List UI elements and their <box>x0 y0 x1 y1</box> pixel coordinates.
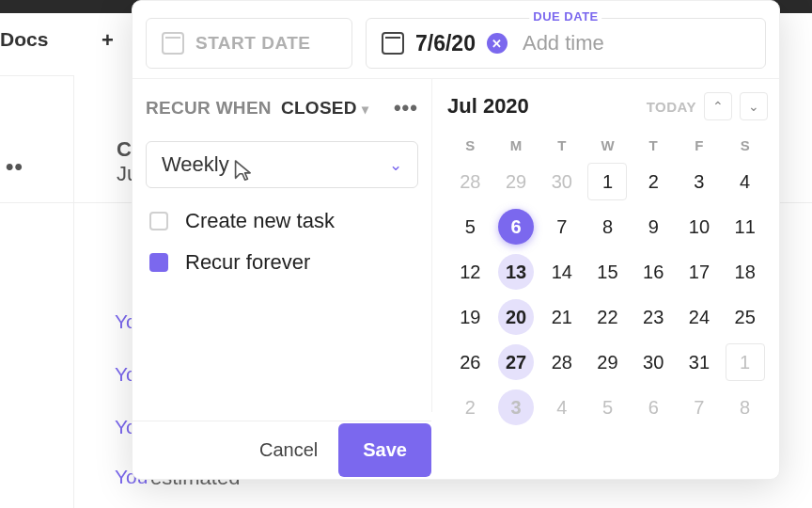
month-label: Jul 2020 <box>447 94 529 119</box>
calendar-day[interactable]: 8 <box>722 385 768 430</box>
next-month-button[interactable]: ⌄ <box>740 92 768 120</box>
cursor-pointer-icon <box>231 159 252 183</box>
chevron-down-icon: ⌄ <box>389 155 402 175</box>
more-options-button[interactable]: ••• <box>394 96 418 120</box>
calendar-day[interactable]: 17 <box>677 249 723 294</box>
calendar-day[interactable]: 16 <box>631 249 677 294</box>
calendar-day[interactable]: 19 <box>447 294 493 340</box>
calendar-day[interactable]: 1 <box>722 340 768 385</box>
calendar-day[interactable]: 5 <box>447 204 493 249</box>
calendar-day[interactable]: 4 <box>539 385 585 430</box>
calendar-day[interactable]: 15 <box>585 249 631 294</box>
calendar-day[interactable]: 29 <box>585 340 631 385</box>
calendar-day[interactable]: 21 <box>539 294 585 340</box>
weekday-label: M <box>493 128 539 159</box>
prev-month-button[interactable]: ⌃ <box>704 92 732 120</box>
due-date-value: 7/6/20 <box>415 31 476 56</box>
calendar-day[interactable]: 1 <box>585 159 631 204</box>
calendar-day[interactable]: 30 <box>539 159 585 204</box>
calendar-panel: Jul 2020 TODAY ⌃ ⌄ SMTWTFS 2829301234567… <box>431 79 779 412</box>
bg-more-icon[interactable]: •• <box>6 153 23 180</box>
calendar-day[interactable]: 2 <box>447 385 493 430</box>
create-new-task-option[interactable]: Create new task <box>146 209 418 233</box>
calendar-day[interactable]: 28 <box>539 340 585 385</box>
chevron-down-icon: ▾ <box>362 102 368 117</box>
start-date-placeholder: START DATE <box>195 33 311 54</box>
clear-due-date-button[interactable]: ✕ <box>487 33 508 54</box>
weekday-label: S <box>447 128 493 159</box>
weekday-label: S <box>722 128 768 159</box>
calendar-icon <box>162 32 184 55</box>
create-new-task-label: Create new task <box>185 209 335 233</box>
recur-panel: RECUR WHEN CLOSED ▾ ••• Weekly ⌄ Create … <box>133 79 431 412</box>
checkbox-checked-icon[interactable] <box>149 253 168 272</box>
weekday-label: F <box>677 128 723 159</box>
calendar-day[interactable]: 12 <box>447 249 493 294</box>
calendar-day[interactable]: 6 <box>493 204 539 249</box>
recur-when-label: RECUR WHEN <box>146 98 272 119</box>
calendar-day[interactable]: 7 <box>677 385 723 430</box>
cancel-button[interactable]: Cancel <box>239 439 338 461</box>
checkbox-unchecked-icon[interactable] <box>149 212 168 230</box>
calendar-day[interactable]: 14 <box>539 249 585 294</box>
calendar-day[interactable]: 3 <box>493 385 539 430</box>
calendar-day[interactable]: 7 <box>539 204 585 249</box>
save-button[interactable]: Save <box>338 423 431 477</box>
calendar-day[interactable]: 2 <box>631 159 677 204</box>
calendar-day[interactable]: 18 <box>722 249 768 294</box>
calendar-day[interactable]: 27 <box>493 340 539 385</box>
calendar-icon <box>382 32 404 55</box>
calendar-day[interactable]: 20 <box>493 294 539 340</box>
bg-docs-label: Docs <box>0 28 48 51</box>
calendar-day[interactable]: 8 <box>585 204 631 249</box>
calendar-day[interactable]: 28 <box>447 159 493 204</box>
calendar-day[interactable]: 31 <box>677 340 723 385</box>
weekday-label: T <box>631 128 677 159</box>
footer: Cancel Save <box>133 421 431 479</box>
calendar-day[interactable]: 5 <box>585 385 631 430</box>
calendar-day[interactable]: 9 <box>631 204 677 249</box>
calendar-day[interactable]: 6 <box>631 385 677 430</box>
date-picker-modal: START DATE DUE DATE 7/6/20 ✕ Add time RE… <box>132 0 780 480</box>
calendar-day[interactable]: 25 <box>722 294 768 340</box>
weekday-label: T <box>539 128 585 159</box>
bg-sidebar <box>0 75 74 508</box>
recur-forever-option[interactable]: Recur forever <box>146 250 418 275</box>
start-date-field[interactable]: START DATE <box>146 18 352 69</box>
calendar-day[interactable]: 23 <box>631 294 677 340</box>
calendar-day[interactable]: 13 <box>493 249 539 294</box>
recur-trigger-dropdown[interactable]: CLOSED ▾ <box>281 98 369 119</box>
calendar-day[interactable]: 26 <box>447 340 493 385</box>
calendar-grid: SMTWTFS 28293012345678910111213141516171… <box>447 128 768 430</box>
calendar-day[interactable]: 30 <box>631 340 677 385</box>
calendar-day[interactable]: 11 <box>722 204 768 249</box>
frequency-dropdown[interactable]: Weekly ⌄ <box>146 141 418 188</box>
due-date-label: DUE DATE <box>529 9 601 24</box>
add-icon[interactable]: + <box>102 28 114 53</box>
calendar-day[interactable]: 3 <box>677 159 723 204</box>
calendar-day[interactable]: 4 <box>722 159 768 204</box>
calendar-day[interactable]: 10 <box>677 204 723 249</box>
add-time-button[interactable]: Add time <box>523 31 604 56</box>
due-date-field[interactable]: DUE DATE 7/6/20 ✕ Add time <box>366 18 766 69</box>
calendar-day[interactable]: 29 <box>493 159 539 204</box>
weekday-label: W <box>585 128 631 159</box>
frequency-value: Weekly <box>162 152 229 177</box>
recur-forever-label: Recur forever <box>185 250 310 275</box>
today-button[interactable]: TODAY <box>647 99 696 115</box>
calendar-day[interactable]: 22 <box>585 294 631 340</box>
calendar-day[interactable]: 24 <box>677 294 723 340</box>
